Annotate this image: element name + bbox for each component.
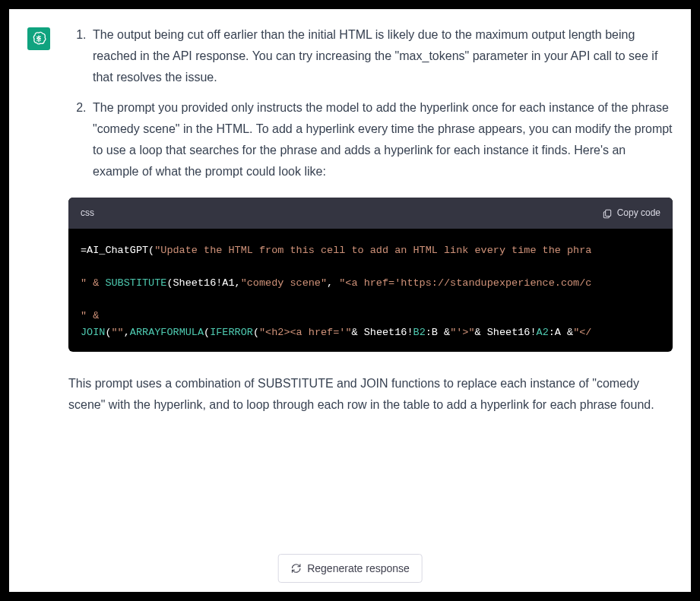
code-content[interactable]: =AI_ChatGPT("Update the HTML from this c… — [68, 229, 673, 352]
openai-logo-icon — [30, 30, 47, 47]
list-item: The prompt you provided only instructs t… — [90, 97, 673, 182]
list-item: The output being cut off earlier than th… — [90, 24, 673, 88]
code-language-label: css — [81, 205, 94, 221]
svg-rect-0 — [605, 210, 610, 216]
assistant-avatar — [27, 27, 50, 50]
refresh-icon — [290, 563, 301, 574]
message-content: The output being cut off earlier than th… — [68, 24, 673, 592]
code-header: css Copy code — [68, 198, 673, 229]
clipboard-icon — [602, 208, 613, 219]
closing-paragraph: This prompt uses a combination of SUBSTI… — [68, 373, 673, 416]
regenerate-button[interactable]: Regenerate response — [277, 554, 423, 583]
numbered-list: The output being cut off earlier than th… — [68, 24, 673, 182]
code-block: css Copy code =AI_ChatGPT("Update the HT… — [68, 198, 673, 352]
chat-message-container: The output being cut off earlier than th… — [9, 9, 691, 592]
regenerate-label: Regenerate response — [307, 562, 410, 574]
copy-code-label: Copy code — [617, 205, 660, 221]
regenerate-container: Regenerate response — [277, 554, 423, 583]
copy-code-button[interactable]: Copy code — [602, 205, 660, 221]
